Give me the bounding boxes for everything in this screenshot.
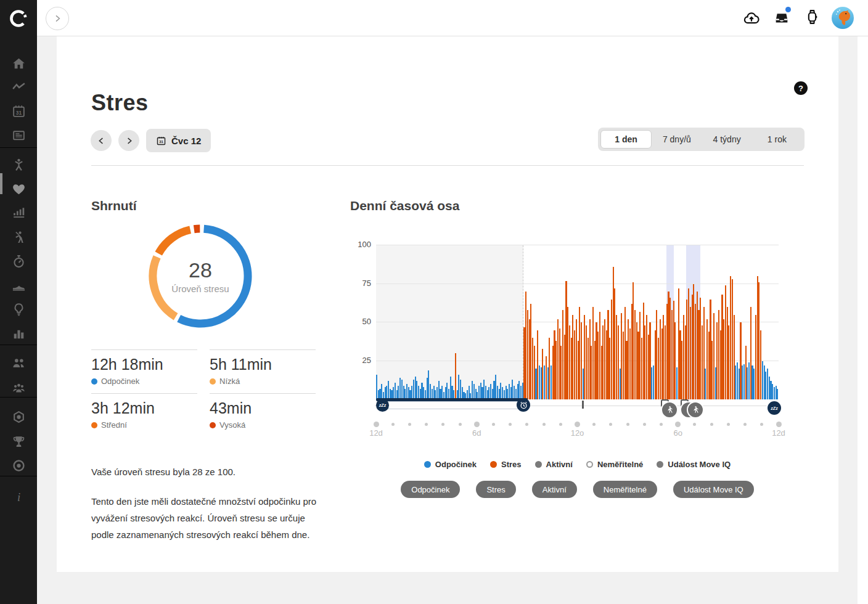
sidebar-item-group[interactable] (0, 375, 37, 400)
timeline-chart (376, 245, 779, 399)
x-axis-dot (492, 423, 495, 426)
move-iq-walk-icon[interactable] (687, 401, 704, 418)
y-tick-label: 25 (344, 356, 371, 365)
legend-dot (490, 461, 497, 468)
next-day-button[interactable] (118, 130, 139, 151)
sidebar-item-golf[interactable] (0, 225, 37, 250)
filter-button-událost-move-iq[interactable]: Událost Move IQ (673, 481, 754, 498)
info-icon: i (11, 489, 27, 505)
sleep-end-zzz-icon: zZz (766, 400, 782, 416)
y-tick-label: 100 (344, 240, 371, 249)
sidebar-item-lightbulb[interactable] (0, 297, 37, 322)
sidebar-divider (0, 147, 37, 148)
x-axis-dot (559, 423, 562, 426)
stat-label: Vysoká (210, 420, 316, 430)
svg-text:31: 31 (159, 140, 163, 144)
sidebar-item-wellness[interactable] (0, 152, 37, 177)
filter-button-aktivní[interactable]: Aktivní (532, 481, 577, 498)
sidebar-item-heart[interactable] (0, 176, 37, 201)
legend-item-událost-move-iq: Událost Move IQ (657, 460, 731, 469)
stat-label: Střední (91, 420, 197, 430)
sidebar-expand-button[interactable] (46, 7, 69, 30)
legend-dot (657, 461, 663, 468)
summary-heading: Shrnutí (91, 198, 137, 213)
stress-donut-chart (145, 221, 256, 332)
move-iq-walk-icon[interactable] (661, 401, 678, 418)
range-tabs: 1 den7 dny/ů4 týdny1 rok (598, 128, 805, 151)
x-axis-dot (675, 422, 681, 427)
stat-dot (91, 422, 97, 428)
sidebar-item-info[interactable]: i (0, 484, 37, 509)
tab-4-týdny[interactable]: 4 týdny (702, 130, 752, 149)
scrollbar[interactable] (858, 36, 868, 604)
chart-filters: OdpočinekStresAktivníNeměřitelnéUdálost … (376, 481, 779, 498)
stat-value: 43min (210, 399, 316, 417)
page-title: Stres (91, 90, 149, 116)
filter-button-stres[interactable]: Stres (476, 481, 515, 498)
group-icon (11, 380, 27, 396)
x-axis-dot (474, 422, 480, 427)
sidebar-item-badge-hexagon[interactable] (0, 405, 37, 430)
stat-odpočinek: 12h 18minOdpočinek (91, 349, 197, 385)
sidebar-item-bar-chart[interactable] (0, 321, 37, 346)
y-tick-label: 75 (344, 279, 371, 288)
cloud-upload-icon[interactable] (743, 9, 760, 27)
legend-item-odpočinek: Odpočinek (424, 460, 477, 469)
sidebar-item-stopwatch[interactable] (0, 249, 37, 274)
x-tick-label: 6o (674, 428, 682, 438)
x-axis-dot (408, 423, 411, 426)
sidebar-item-home[interactable] (0, 51, 37, 76)
sidebar-item-shoe[interactable] (0, 273, 37, 298)
sidebar-item-trophy[interactable] (0, 429, 37, 454)
sidebar-item-target[interactable] (0, 453, 37, 478)
x-axis-dot (693, 423, 696, 426)
chevron-right-icon (52, 14, 62, 23)
x-axis-dot (525, 423, 528, 426)
tab-1-rok[interactable]: 1 rok (752, 130, 802, 149)
avatar[interactable] (832, 7, 854, 29)
stat-value: 12h 18min (91, 356, 197, 373)
x-axis-dot (710, 423, 713, 426)
lightbulb-icon (11, 302, 27, 317)
stat-dot (91, 378, 97, 385)
notification-dot (785, 7, 791, 12)
badge-hexagon-icon (11, 410, 27, 425)
x-axis-dot (459, 423, 462, 426)
svg-text:31: 31 (15, 109, 22, 115)
sidebar-item-activity-line[interactable] (0, 75, 37, 99)
stat-label: Nízká (210, 377, 316, 386)
timeline-marker (582, 401, 584, 409)
tab-7-dny/ů[interactable]: 7 dny/ů (652, 130, 702, 149)
calendar-icon: 31 (11, 104, 27, 119)
stress-stats: 12h 18minOdpočinek5h 11minNízká3h 12minS… (91, 349, 316, 429)
summary-note: Vaše úroveň stresu byla 28 ze 100. (91, 467, 235, 477)
sidebar-item-news[interactable] (0, 123, 37, 147)
connect-logo[interactable] (8, 8, 29, 31)
filter-button-odpočinek[interactable]: Odpočinek (401, 481, 460, 498)
prev-day-button[interactable] (91, 130, 112, 151)
content-card: Stres ? 31 Čvc 12 1 den7 dny/ů4 týdny1 r… (57, 36, 838, 572)
sidebar-item-people[interactable] (0, 351, 37, 375)
date-picker-button[interactable]: 31 Čvc 12 (146, 129, 211, 152)
alarm-clock-icon (517, 398, 530, 412)
help-icon[interactable]: ? (794, 81, 808, 95)
activity-line-icon (11, 80, 27, 95)
tab-1-den[interactable]: 1 den (600, 130, 652, 149)
watch-icon[interactable] (804, 9, 821, 26)
x-axis-dot (660, 423, 663, 426)
summary-description: Tento den jste měli dostatečné množství … (91, 493, 328, 543)
stat-nízká: 5h 11minNízká (210, 349, 316, 385)
sidebar-item-steps-chart[interactable] (0, 200, 37, 225)
sidebar-divider (0, 476, 37, 476)
home-icon (11, 56, 27, 71)
stopwatch-icon (11, 254, 27, 269)
svg-text:i: i (17, 491, 20, 504)
x-axis-dot (391, 423, 395, 426)
x-axis-dot (575, 422, 580, 427)
sidebar-item-calendar[interactable]: 31 (0, 99, 37, 123)
bar-chart-icon (11, 326, 27, 341)
filter-button-neměřitelné[interactable]: Neměřitelné (593, 481, 657, 498)
x-axis-dot (609, 423, 612, 426)
shoe-icon (11, 278, 27, 293)
golf-icon (11, 230, 27, 245)
